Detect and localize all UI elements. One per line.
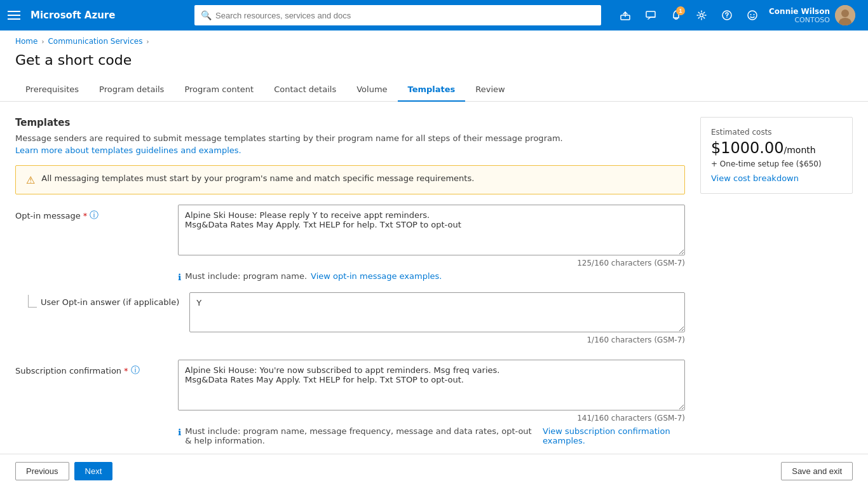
user-opt-in-char-count: 1/160 characters (GSM-7) [189, 336, 685, 344]
subscription-confirmation-char-count: 141/160 characters (GSM-7) [178, 414, 685, 423]
app-title: Microsoft Azure [31, 10, 115, 21]
tab-templates[interactable]: Templates [398, 78, 466, 102]
breadcrumb-communication-services[interactable]: Communication Services [48, 37, 142, 46]
search-input[interactable] [215, 11, 595, 20]
user-opt-in-textarea[interactable] [189, 292, 685, 332]
help-icon[interactable] [715, 4, 738, 27]
section-description: Message senders are required to submit m… [15, 133, 685, 143]
svg-point-11 [754, 14, 755, 15]
bottom-bar: Previous Next Save and exit [0, 454, 868, 488]
breadcrumb: Home › Communication Services › [0, 30, 868, 52]
subscription-confirmation-row: Subscription confirmation* ⓘ 141/160 cha… [15, 360, 685, 445]
cost-panel: Estimated costs $1000.00/month + One-tim… [700, 117, 853, 194]
cost-breakdown-link[interactable]: View cost breakdown [711, 173, 799, 183]
svg-point-8 [726, 17, 728, 18]
top-navigation: Microsoft Azure 🔍 1 Connie Wilson CONTOS… [0, 0, 868, 30]
subscription-confirmation-label: Subscription confirmation* ⓘ [15, 360, 168, 376]
breadcrumb-sep-2: › [146, 38, 149, 45]
avatar [835, 5, 855, 25]
section-title: Templates [15, 117, 685, 128]
warning-box: ⚠ All messaging templates must start by … [15, 165, 685, 194]
subscription-hint-icon: ℹ [178, 427, 181, 437]
opt-in-message-info-icon[interactable]: ⓘ [90, 210, 98, 221]
opt-in-message-row: Opt-in message* ⓘ 125/160 characters (GS… [15, 205, 685, 282]
svg-rect-2 [646, 11, 655, 17]
topnav-icon-group: 1 [614, 4, 764, 27]
subscription-confirmation-info-icon[interactable]: ⓘ [131, 365, 140, 376]
user-opt-in-field: 1/160 characters (GSM-7) [189, 292, 685, 344]
search-icon: 🔍 [201, 10, 212, 20]
cost-unit: /month [784, 145, 816, 155]
opt-in-examples-link[interactable]: View opt-in message examples. [311, 271, 442, 281]
opt-in-message-field: 125/160 characters (GSM-7) ℹ Must includ… [178, 205, 685, 282]
opt-in-message-hint: ℹ Must include: program name. View opt-i… [178, 271, 685, 282]
tab-contact-details[interactable]: Contact details [264, 78, 346, 102]
opt-in-hint-icon: ℹ [178, 272, 181, 282]
tab-program-details[interactable]: Program details [89, 78, 174, 102]
notifications-icon[interactable]: 1 [665, 4, 688, 27]
user-opt-in-group: User Opt-in answer (if applicable) 1/160… [15, 292, 685, 344]
settings-icon[interactable] [690, 4, 713, 27]
subscription-examples-link[interactable]: View subscription confirmation examples. [543, 426, 685, 445]
next-button[interactable]: Next [74, 462, 113, 480]
search-bar: 🔍 [194, 5, 601, 25]
svg-point-9 [748, 11, 757, 20]
cost-amount-value: $1000.00 [711, 139, 784, 157]
smiley-icon[interactable] [741, 4, 764, 27]
feedback-icon[interactable] [639, 4, 662, 27]
warning-icon: ⚠ [26, 174, 35, 186]
opt-in-message-char-count: 125/160 characters (GSM-7) [178, 259, 685, 268]
user-menu[interactable]: Connie Wilson CONTOSO [764, 5, 860, 25]
user-info: Connie Wilson CONTOSO [769, 7, 830, 24]
right-panel: Estimated costs $1000.00/month + One-tim… [700, 117, 853, 454]
tab-bar: Prerequisites Program details Program co… [0, 78, 868, 102]
subscription-confirmation-hint: ℹ Must include: program name, message fr… [178, 426, 685, 445]
cost-amount: $1000.00/month [711, 139, 842, 157]
user-opt-in-label: User Opt-in answer (if applicable) [41, 297, 179, 307]
cloud-upload-icon[interactable] [614, 4, 637, 27]
breadcrumb-sep-1: › [41, 38, 44, 45]
warning-text: All messaging templates must start by yo… [41, 173, 474, 183]
opt-in-message-textarea[interactable] [178, 205, 685, 255]
main-content: Templates Message senders are required t… [0, 102, 868, 454]
user-org: CONTOSO [769, 16, 830, 24]
user-name: Connie Wilson [769, 7, 830, 16]
subscription-confirmation-textarea[interactable] [178, 360, 685, 410]
cost-label: Estimated costs [711, 128, 842, 137]
opt-in-message-label: Opt-in message* ⓘ [15, 205, 168, 221]
subscription-confirmation-group: Subscription confirmation* ⓘ 141/160 cha… [15, 360, 685, 445]
breadcrumb-home[interactable]: Home [15, 37, 37, 46]
svg-point-13 [841, 10, 849, 17]
opt-in-message-group: Opt-in message* ⓘ 125/160 characters (GS… [15, 205, 685, 282]
svg-point-6 [700, 14, 703, 17]
tab-review[interactable]: Review [465, 78, 515, 102]
subscription-confirmation-field: 141/160 characters (GSM-7) ℹ Must includ… [178, 360, 685, 445]
page-title: Get a short code [0, 52, 868, 78]
learn-more-link[interactable]: Learn more about templates guidelines an… [15, 146, 241, 155]
cost-onetimefee: + One-time setup fee ($650) [711, 159, 842, 168]
tab-prerequisites[interactable]: Prerequisites [15, 78, 89, 102]
notification-badge: 1 [676, 6, 685, 15]
hamburger-menu[interactable] [8, 11, 20, 20]
previous-button[interactable]: Previous [15, 462, 69, 480]
tab-volume[interactable]: Volume [346, 78, 397, 102]
tab-program-content[interactable]: Program content [174, 78, 264, 102]
sub-indent-line [28, 295, 37, 308]
svg-point-10 [750, 14, 752, 15]
save-exit-button[interactable]: Save and exit [781, 462, 853, 480]
left-panel: Templates Message senders are required t… [15, 117, 685, 454]
